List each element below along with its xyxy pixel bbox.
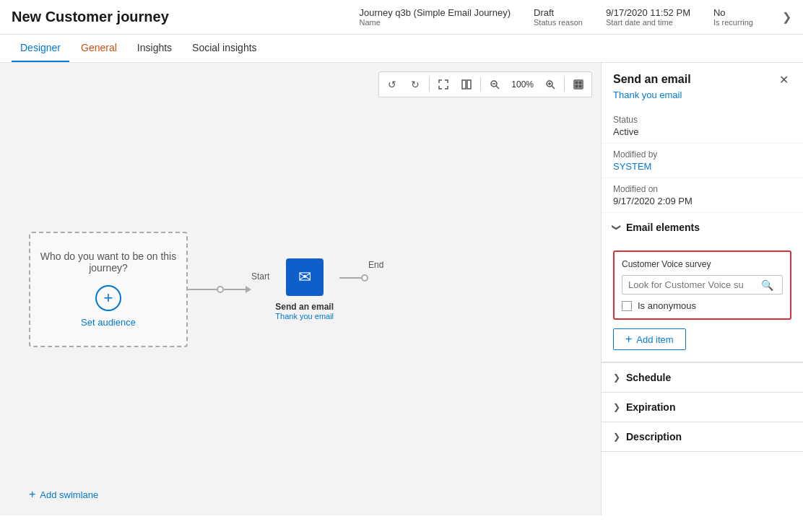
- customer-voice-survey-box: Customer Voice survey 🔍 ✕ Is anonymous: [613, 250, 791, 320]
- audience-swimlane: Who do you want to be on this journey? +…: [29, 232, 188, 347]
- columns-button[interactable]: [456, 74, 477, 95]
- header-expand-icon[interactable]: ❯: [782, 10, 791, 24]
- node-sublabel: Thank you email: [275, 312, 334, 320]
- journey-name-label: Name: [359, 18, 380, 27]
- add-swimlane-label: Add swimlane: [40, 489, 98, 500]
- recurring-value: No: [713, 7, 726, 18]
- date-label: Start date and time: [606, 18, 673, 27]
- status-field-label: Status: [613, 115, 791, 125]
- modified-on-section: Modified on 9/17/2020 2:09 PM: [602, 178, 803, 213]
- svg-rect-10: [576, 82, 578, 84]
- add-swimlane-button[interactable]: + Add swimlane: [29, 488, 98, 501]
- journey-name-field: Journey q3b (Simple Email Journey) Name: [359, 7, 511, 27]
- email-elements-accordion: ❯ Email elements Customer Voice survey 🔍…: [602, 213, 803, 363]
- status-field-value: Active: [613, 126, 791, 137]
- end-dot: [361, 274, 368, 282]
- modified-by-section: Modified by SYSTEM: [602, 144, 803, 178]
- cv-survey-label: Customer Voice survey: [622, 259, 783, 269]
- status-section: Status Active: [602, 109, 803, 144]
- tab-designer[interactable]: Designer: [12, 35, 69, 62]
- expiration-chevron-icon: ❯: [613, 402, 620, 412]
- svg-rect-11: [579, 82, 581, 84]
- app-header: New Customer journey Journey q3b (Simple…: [0, 0, 803, 35]
- expiration-accordion-header[interactable]: ❯ Expiration: [602, 393, 803, 422]
- date-field: 9/17/2020 11:52 PM Start date and time: [606, 7, 690, 27]
- end-label: End: [368, 260, 383, 270]
- expand-button[interactable]: [433, 74, 454, 95]
- svg-line-6: [552, 86, 555, 89]
- schedule-chevron-icon: ❯: [613, 372, 620, 383]
- add-item-label: Add item: [636, 334, 673, 345]
- canvas-toolbar: ↺ ↻ 100%: [378, 71, 592, 97]
- add-swimlane-icon: +: [29, 488, 35, 501]
- main-layout: ↺ ↻ 100%: [0, 63, 803, 515]
- panel-title: Send an email: [613, 73, 691, 86]
- set-audience-link[interactable]: Set audience: [81, 317, 136, 328]
- tab-insights[interactable]: Insights: [129, 35, 181, 62]
- expiration-title: Expiration: [626, 401, 675, 413]
- status-field: Draft Status reason: [534, 7, 583, 27]
- email-icon: ✉: [298, 268, 311, 287]
- start-label: Start: [251, 271, 269, 282]
- properties-panel: Send an email ✕ Thank you email Status A…: [601, 63, 803, 515]
- start-dot: [217, 286, 224, 293]
- panel-header: Send an email ✕: [602, 63, 803, 90]
- swimlane-text: Who do you want to be on this journey?: [30, 250, 186, 274]
- zoom-in-button[interactable]: [539, 74, 561, 95]
- zoom-level: 100%: [507, 79, 538, 90]
- schedule-title: Schedule: [626, 372, 671, 383]
- connector-2: [339, 274, 368, 282]
- cv-search-clear-button[interactable]: ✕: [779, 279, 783, 291]
- status-value: Draft: [534, 7, 554, 18]
- svg-rect-12: [576, 85, 578, 87]
- toolbar-separator-2: [480, 77, 481, 92]
- cv-search-icon: 🔍: [755, 279, 779, 291]
- toolbar-separator-3: [564, 77, 565, 92]
- undo-button[interactable]: ↺: [381, 74, 403, 95]
- recurring-label: Is recurring: [713, 18, 753, 27]
- cv-search-input[interactable]: [622, 276, 755, 294]
- fit-button[interactable]: [568, 74, 589, 95]
- schedule-accordion-header[interactable]: ❯ Schedule: [602, 363, 803, 392]
- modified-on-value: 9/17/2020 2:09 PM: [613, 196, 791, 206]
- svg-rect-0: [462, 80, 466, 89]
- redo-button[interactable]: ↻: [404, 74, 426, 95]
- date-value: 9/17/2020 11:52 PM: [606, 7, 690, 18]
- modified-by-value[interactable]: SYSTEM: [613, 161, 791, 172]
- email-elements-content: Customer Voice survey 🔍 ✕ Is anonymous +…: [602, 242, 803, 362]
- svg-line-3: [496, 86, 499, 89]
- add-item-button[interactable]: + Add item: [613, 328, 686, 350]
- description-accordion: ❯ Description: [602, 422, 803, 452]
- expiration-accordion: ❯ Expiration: [602, 393, 803, 422]
- cv-anonymous-row: Is anonymous: [622, 300, 783, 311]
- email-node-box[interactable]: ✉: [286, 258, 324, 296]
- add-item-icon: +: [625, 333, 632, 345]
- tab-general[interactable]: General: [72, 35, 126, 62]
- modified-by-label: Modified by: [613, 149, 791, 160]
- header-meta: Journey q3b (Simple Email Journey) Name …: [359, 7, 791, 27]
- connector-1: [188, 286, 251, 293]
- arrow-line-3: [339, 277, 361, 279]
- description-accordion-header[interactable]: ❯ Description: [602, 422, 803, 451]
- description-title: Description: [626, 431, 682, 442]
- recurring-field: No Is recurring: [713, 7, 753, 27]
- email-elements-chevron-icon: ❯: [612, 224, 622, 231]
- panel-subtitle[interactable]: Thank you email: [602, 90, 803, 109]
- arrow-line-2: [224, 289, 246, 290]
- journey-canvas-area: ↺ ↻ 100%: [0, 63, 601, 515]
- toolbar-separator-1: [429, 77, 430, 92]
- cv-search-row: 🔍 ✕: [622, 275, 783, 295]
- send-email-node[interactable]: ✉ Send an email Thank you email: [275, 258, 334, 320]
- tab-social-insights[interactable]: Social insights: [183, 35, 266, 62]
- arrow-line-1: [188, 289, 217, 290]
- add-audience-button[interactable]: +: [95, 285, 121, 311]
- journey-name-value: Journey q3b (Simple Email Journey): [359, 7, 511, 18]
- email-elements-accordion-header[interactable]: ❯ Email elements: [602, 213, 803, 242]
- panel-close-button[interactable]: ✕: [776, 73, 791, 87]
- description-chevron-icon: ❯: [613, 432, 620, 442]
- tab-bar: Designer General Insights Social insight…: [0, 35, 803, 63]
- svg-rect-1: [467, 80, 471, 89]
- cv-anonymous-checkbox[interactable]: [622, 301, 632, 311]
- cv-anonymous-label: Is anonymous: [638, 300, 696, 311]
- zoom-out-button[interactable]: [484, 74, 505, 95]
